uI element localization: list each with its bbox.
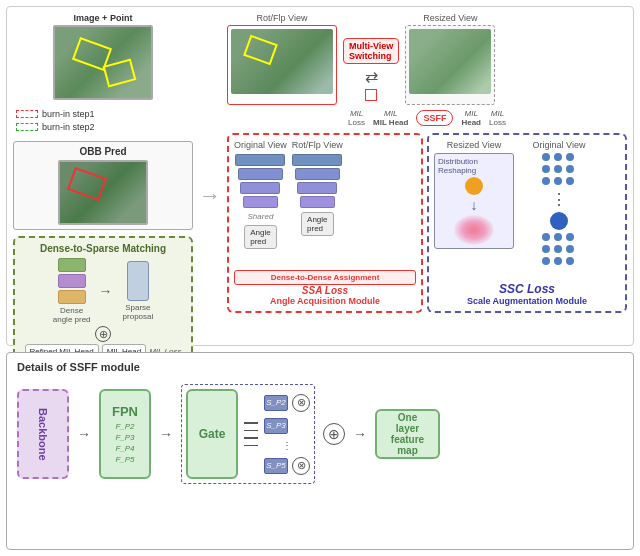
gdot-6 xyxy=(566,165,574,173)
ssc-orig-col: Original View xyxy=(519,140,599,282)
gdot2-4 xyxy=(542,245,550,253)
one-layer-label: One layer feature map xyxy=(385,412,430,456)
fl-rot-2 xyxy=(295,168,340,180)
arrow-plus-onelayer: → xyxy=(353,426,367,442)
dots-col: ⋮ xyxy=(264,440,310,451)
obb-pred-aerial xyxy=(58,160,148,225)
mil-label-center: MIL xyxy=(384,109,397,118)
ssa-orig-col: Original View Shared Anglepred xyxy=(234,140,287,270)
shared-label: Shared xyxy=(248,212,274,221)
dist-arrow-down: ↓ xyxy=(471,197,478,213)
sp5-label: S_P5 xyxy=(266,461,286,470)
resized-view-box xyxy=(405,25,495,105)
backbone-label: Backbone xyxy=(37,408,49,461)
orange-circle xyxy=(465,177,483,195)
feature-stack-rot xyxy=(292,154,342,208)
rot-flip-view-label: Rot/Flp View xyxy=(257,13,308,23)
gdot2-1 xyxy=(542,233,550,241)
sp5-box: S_P5 xyxy=(264,458,288,474)
rot-flip-aerial xyxy=(231,29,333,94)
switch-icon: ⇄ xyxy=(365,67,378,86)
sparse-proposal-label: Sparseproposal xyxy=(123,303,154,321)
resized-aerial xyxy=(409,29,491,94)
obb-pred-box: OBB Pred xyxy=(13,141,193,230)
gdot-7 xyxy=(542,177,550,185)
ssa-rot-label: Rot/Flp View xyxy=(292,140,343,150)
legend-dash-red xyxy=(16,110,38,118)
fp3-label: F_P3 xyxy=(115,433,134,442)
image-point-aerial xyxy=(53,25,153,100)
mil-head-right-label: Head xyxy=(461,118,481,127)
mv-switching-box: Multi-View Switching xyxy=(343,38,399,64)
dense-sparse-content: Denseangle pred → Sparseproposal xyxy=(53,258,154,324)
arrow-backbone-fpn: → xyxy=(77,426,91,442)
fl-rot-4 xyxy=(300,196,335,208)
mil-head-right: MIL Head xyxy=(461,109,481,127)
bottom-section: Details of SSFF module Backbone → FPN F_… xyxy=(6,352,634,550)
ssa-inner: Original View Shared Anglepred xyxy=(234,140,416,270)
sp2-box: S_P2 xyxy=(264,395,288,411)
vertical-dots-ssff: ⋮ xyxy=(282,440,292,451)
one-layer-box: One layer feature map xyxy=(375,409,440,459)
top-section: Image + Point burn-in step1 burn-in step… xyxy=(6,6,634,346)
card-orange-1 xyxy=(58,290,86,304)
dense-to-sparse-title: Dense-to-Sparse Matching xyxy=(40,243,166,254)
ssc-orig-label: Original View xyxy=(533,140,586,150)
switch-indicator xyxy=(365,89,377,101)
image-point-label: Image + Point xyxy=(74,13,133,23)
dense-angle-cards xyxy=(58,258,86,304)
top-right-area: Rot/Flp View Multi-View Switching ⇄ xyxy=(227,13,627,339)
conn-line-1 xyxy=(244,422,258,424)
ssa-box: Original View Shared Anglepred xyxy=(227,133,423,313)
card-purple-1 xyxy=(58,274,86,288)
mil-ssff-row: MIL Loss MIL MIL Head SSFF MIL Head MIL … xyxy=(227,109,627,127)
burn-in-step1-label: burn-in step1 xyxy=(42,109,95,119)
multiply-p2: ⊗ xyxy=(292,394,310,412)
gdot2-3 xyxy=(566,233,574,241)
gdot-1 xyxy=(542,153,550,161)
main-container: Image + Point burn-in step1 burn-in step… xyxy=(0,0,640,556)
fpn-box: FPN F_P2 F_P3 F_P4 F_P5 xyxy=(99,389,151,479)
fpn-flines: F_P2 F_P3 F_P4 F_P5 xyxy=(115,422,134,464)
gdot-5 xyxy=(554,165,562,173)
gdot2-5 xyxy=(554,245,562,253)
conn-line-3 xyxy=(244,437,258,439)
ssc-box: Resized View Distribution Reshaping ↓ xyxy=(427,133,627,313)
sparse-proposal-box xyxy=(127,261,149,301)
gate-label: Gate xyxy=(199,427,226,441)
gdot-2 xyxy=(554,153,562,161)
fp4-label: F_P4 xyxy=(115,444,134,453)
fp5-label: F_P5 xyxy=(115,455,134,464)
gdot2-9 xyxy=(566,257,574,265)
rot-flip-view-box xyxy=(227,25,337,105)
fl-orig-4 xyxy=(243,196,278,208)
dda-box: Dense-to-Dense Assignment xyxy=(234,270,416,285)
multiply-p5: ⊗ xyxy=(292,457,310,475)
ssc-resized-label: Resized View xyxy=(447,140,501,150)
legend-dash-green xyxy=(16,123,38,131)
burn-in-step2-label: burn-in step2 xyxy=(42,122,95,132)
fl-orig-2 xyxy=(238,168,283,180)
conn-line-4 xyxy=(244,445,258,447)
mil-label-right2: MIL xyxy=(491,109,504,118)
one-layer-line1: One layer xyxy=(396,412,419,434)
mil-loss-right: MIL Loss xyxy=(489,109,506,127)
sp2-label: S_P2 xyxy=(266,398,286,407)
switching-label: Switching xyxy=(349,51,392,61)
legend-item-step2: burn-in step2 xyxy=(16,122,190,132)
left-panel: Image + Point burn-in step1 burn-in step… xyxy=(13,13,193,339)
legend-box: burn-in step1 burn-in step2 xyxy=(13,106,193,135)
mil-loss-right-label: Loss xyxy=(489,118,506,127)
dense-angle-pred-label: Denseangle pred xyxy=(53,306,91,324)
dist-box: Distribution Reshaping ↓ xyxy=(434,153,514,249)
s-item-p5: S_P5 ⊗ xyxy=(264,457,310,475)
angle-acq-label: Angle Acquisition Module xyxy=(234,296,416,306)
arrow-icon: → xyxy=(199,183,221,209)
gdot-4 xyxy=(542,165,550,173)
resized-view-label: Resized View xyxy=(423,13,477,23)
gdot2-6 xyxy=(566,245,574,253)
sp3-box: S_P3 xyxy=(264,418,288,434)
fl-rot-3 xyxy=(297,182,337,194)
arrow-fpn-gate: → xyxy=(159,426,173,442)
sp3-label: S_P3 xyxy=(266,421,286,430)
